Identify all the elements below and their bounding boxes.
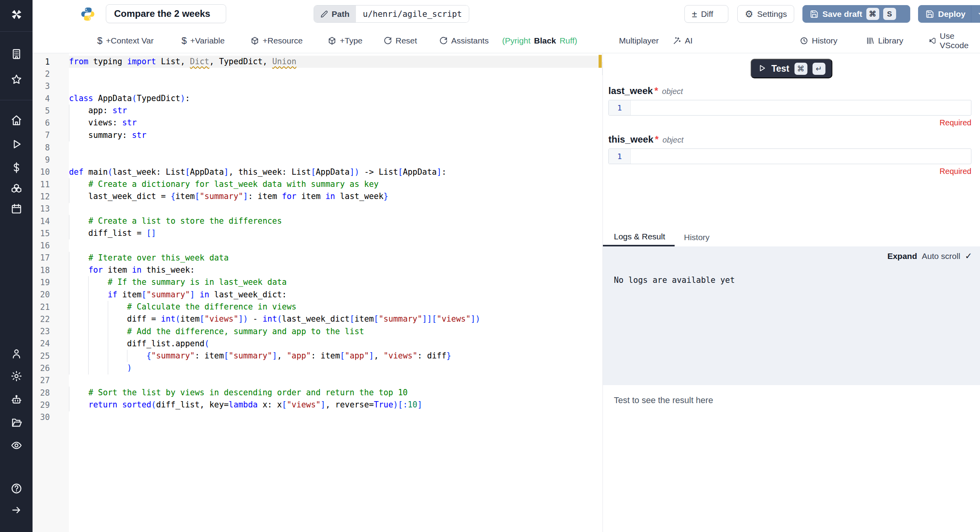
add-resource-button[interactable]: +Resource	[250, 28, 303, 53]
dollar-icon: $	[181, 35, 187, 46]
code-line[interactable]: 11 # Create a dictionary for last_week d…	[33, 178, 602, 190]
test-button[interactable]: Test ⌘ ↵	[751, 59, 833, 78]
editor-toolbar: $ +Context Var $ +Variable +Resource +Ty…	[33, 28, 980, 53]
arg-last-week-input[interactable]: 1	[608, 100, 971, 116]
sidebar-collapse-arrow-right-icon[interactable]	[10, 504, 23, 516]
code-line[interactable]: 30	[33, 411, 602, 423]
path-label[interactable]: Path	[314, 5, 356, 22]
code-line[interactable]: 5 app: str	[33, 105, 602, 117]
code-line[interactable]: 13	[33, 203, 602, 215]
multiplayer-label[interactable]: Multiplayer	[619, 28, 659, 53]
reset-button[interactable]: Reset	[383, 28, 417, 53]
add-context-var-button[interactable]: $ +Context Var	[97, 28, 154, 53]
sidebar-resources-boxes-icon[interactable]	[10, 183, 23, 195]
path-value[interactable]: u/henri/agile_script	[356, 5, 469, 22]
indent-guide	[69, 301, 69, 313]
tab-history[interactable]: History	[675, 228, 719, 246]
code-line[interactable]: 19 # If the summary is in last_week data	[33, 276, 602, 288]
code-line[interactable]: 6 views: str	[33, 117, 602, 129]
ai-button[interactable]: AI	[673, 28, 693, 53]
line-number: 15	[33, 229, 69, 238]
indent-guide	[69, 117, 69, 129]
sidebar-favorites-star-icon[interactable]	[10, 73, 23, 86]
tab-logs-result[interactable]: Logs & Result	[603, 228, 675, 246]
deploy-button[interactable]: Deploy	[918, 5, 980, 23]
code-line[interactable]: 22 diff = int(item["views"]) - int(last_…	[33, 313, 602, 325]
sidebar-folders-icon[interactable]	[10, 416, 23, 429]
code-line[interactable]: 17 # Iterate over this_week data	[33, 252, 602, 264]
script-title-input[interactable]: Compare the 2 weeks	[106, 4, 226, 23]
code-line[interactable]: 12 last_week_dict = {item["summary"]: it…	[33, 190, 602, 203]
settings-button[interactable]: ⚙ Settings	[737, 5, 794, 23]
code-line[interactable]: 23 # Add the difference, summary and app…	[33, 326, 602, 338]
required-asterisk: *	[654, 85, 658, 96]
code-line[interactable]: 25 {"summary": item["summary"], "app": i…	[33, 350, 602, 362]
indent-guide	[69, 276, 69, 288]
code-line[interactable]: 27	[33, 375, 602, 387]
sidebar-runs-play-icon[interactable]	[10, 138, 23, 150]
python-language-icon	[80, 6, 96, 22]
code-lines[interactable]: 1from typing import List, Dict, TypedDic…	[33, 56, 602, 423]
sidebar-settings-gear-icon[interactable]	[10, 370, 23, 382]
code-line[interactable]: 14 # Create a list to store the differen…	[33, 215, 602, 227]
chevron-down-icon[interactable]	[977, 10, 980, 18]
add-type-button[interactable]: +Type	[328, 28, 363, 53]
code-line[interactable]: 16	[33, 239, 602, 252]
add-variable-button[interactable]: $ +Variable	[181, 28, 225, 53]
s-key-badge: S	[883, 8, 896, 20]
check-icon[interactable]: ✓	[965, 251, 972, 261]
indent-guide	[88, 301, 89, 313]
script-path-group[interactable]: Path u/henri/agile_script	[314, 5, 469, 23]
code-line[interactable]: 15 diff_list = []	[33, 227, 602, 239]
code-line[interactable]: 21 # Calculate the difference in views	[33, 301, 602, 313]
json-input-area[interactable]	[631, 100, 971, 115]
code-line[interactable]: 2	[33, 68, 602, 80]
code-checkers-status[interactable]: (Pyright Black Ruff)	[502, 28, 577, 53]
no-logs-message: No logs are available yet	[614, 275, 735, 285]
code-line[interactable]: 4class AppData(TypedDict):	[33, 92, 602, 105]
sidebar-variables-dollar-icon[interactable]	[10, 161, 23, 174]
indent-guide	[69, 129, 69, 141]
line-number: 23	[33, 327, 69, 336]
save-draft-button[interactable]: Save draft ⌘ S	[802, 5, 910, 23]
windmill-logo-icon[interactable]	[10, 8, 23, 21]
json-input-area[interactable]	[631, 149, 971, 164]
top-header: Compare the 2 weeks Path u/henri/agile_s…	[33, 0, 980, 28]
sidebar-help-icon[interactable]	[10, 482, 23, 495]
gear-icon: ⚙	[745, 9, 753, 19]
arg-last-week-header: last_week * object	[608, 85, 971, 96]
arg-this-week-header: this_week * object	[608, 134, 971, 145]
code-line[interactable]: 28 # Sort the list by views in descendin…	[33, 387, 602, 399]
line-number: 25	[33, 351, 69, 361]
sidebar-home-icon[interactable]	[10, 114, 23, 127]
sidebar-workers-bot-icon[interactable]	[10, 393, 23, 406]
code-line[interactable]: 20 if item["summary"] in last_week_dict:	[33, 289, 602, 301]
log-controls: Expand Auto scroll ✓	[887, 251, 972, 261]
assistants-button[interactable]: Assistants	[439, 28, 489, 53]
code-line[interactable]: 3	[33, 80, 602, 92]
code-line[interactable]: 7 summary: str	[33, 129, 602, 141]
app-sidebar	[0, 0, 33, 532]
code-line[interactable]: 24 diff_list.append(	[33, 338, 602, 350]
expand-button[interactable]: Expand	[887, 252, 917, 261]
sidebar-schedules-calendar-icon[interactable]	[10, 203, 23, 215]
history-button[interactable]: History	[800, 28, 837, 53]
autoscroll-toggle[interactable]: Auto scroll	[922, 252, 960, 261]
code-line[interactable]: 10def main(last_week: List[AppData], thi…	[33, 166, 602, 178]
sidebar-workspace-building-icon[interactable]	[10, 48, 23, 60]
code-line[interactable]: 1from typing import List, Dict, TypedDic…	[33, 56, 602, 68]
code-line[interactable]: 8	[33, 141, 602, 154]
indent-guide	[88, 362, 89, 374]
sidebar-audit-eye-icon[interactable]	[10, 439, 23, 452]
line-number: 28	[33, 388, 69, 398]
code-line[interactable]: 9	[33, 154, 602, 166]
arg-this-week-input[interactable]: 1	[608, 148, 971, 164]
code-line[interactable]: 18 for item in this_week:	[33, 264, 602, 276]
code-editor[interactable]: 1from typing import List, Dict, TypedDic…	[33, 53, 602, 532]
library-button[interactable]: Library	[866, 28, 903, 53]
sidebar-users-icon[interactable]	[10, 347, 23, 360]
code-line[interactable]: 26 )	[33, 362, 602, 374]
use-vscode-button[interactable]: Use VScode	[929, 28, 980, 53]
code-line[interactable]: 29 return sorted(diff_list, key=lambda x…	[33, 399, 602, 411]
diff-button[interactable]: ± Diff	[684, 5, 728, 23]
